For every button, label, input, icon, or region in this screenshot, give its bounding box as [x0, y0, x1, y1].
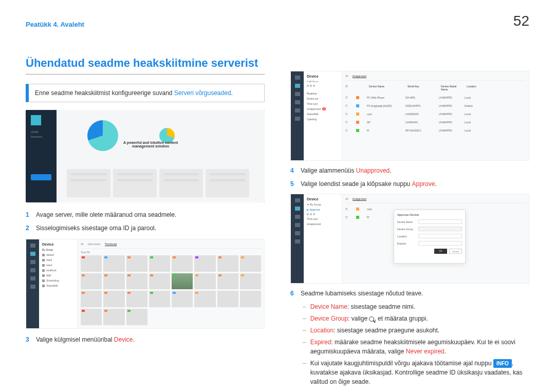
step-6: 6Seadme lubamiseks sisestage nõutud teav…	[290, 289, 529, 298]
page-number: 52	[513, 13, 529, 29]
screenshot-approve-modal: Device ▼ By Group ▶ Approve Time syst Un…	[290, 194, 529, 284]
cancel-button: Cancel	[449, 249, 462, 254]
right-column: Device ▼ All Device Realtime Notice set …	[290, 84, 529, 389]
info-text: Enne seadme heakskiitmist konfigureerige…	[35, 89, 174, 97]
sub-info: –Kui vajutate kaugjuhtimispuldil võrgu a…	[303, 359, 529, 386]
search-icon	[369, 316, 374, 322]
screenshot-device-grid: Device By Group default tree3 tree4 loca…	[26, 239, 265, 329]
server-settings-link[interactable]: Serveri võrguseaded	[174, 89, 231, 97]
signin-button	[31, 174, 51, 180]
pie-chart-icon	[87, 120, 118, 151]
ok-button: OK	[434, 249, 447, 254]
step-2: 2Sisselogimiseks sisestage oma ID ja par…	[26, 223, 265, 233]
sub-expired: –Expired: määrake seadme heakskiitmisele…	[303, 338, 529, 356]
step-4: 4Valige alammenüüs Unapproved.	[290, 166, 529, 175]
info-badge: INFO	[493, 359, 512, 368]
screenshot-device-list: Device ▼ All Device Realtime Notice set …	[290, 71, 529, 161]
logo-icon	[31, 115, 41, 125]
info-box: Enne seadme heakskiitmist konfigureerige…	[26, 84, 265, 102]
left-column: Enne seadme heakskiitmist konfigureerige…	[26, 84, 265, 389]
approve-dialog: Approve Device Device Name Device Group …	[394, 210, 466, 264]
step-3: 3Valige külgmisel menüüribal Device.	[26, 335, 265, 344]
page-title: Ühendatud seadme heakskiitmine serverist	[26, 57, 265, 74]
step-1: 1Avage server, mille olete määranud oma …	[26, 210, 265, 219]
tagline: A powerful and intuitive contentmanageme…	[123, 141, 178, 148]
screenshot-login: ID/PW Password A powerful and intuitive …	[26, 110, 265, 202]
sub-device-group: –Device Group: valige , et määrata grupp…	[303, 314, 529, 323]
step-5: 5Valige loendist seade ja klõpsake nuppu…	[290, 179, 529, 189]
sub-device-name: –Device Name: sisestage seadme nimi.	[303, 302, 529, 311]
sub-location: –Location: sisestage seadme praegune asu…	[303, 326, 529, 335]
breadcrumb[interactable]: Peatükk 4. Avaleht	[26, 21, 529, 28]
